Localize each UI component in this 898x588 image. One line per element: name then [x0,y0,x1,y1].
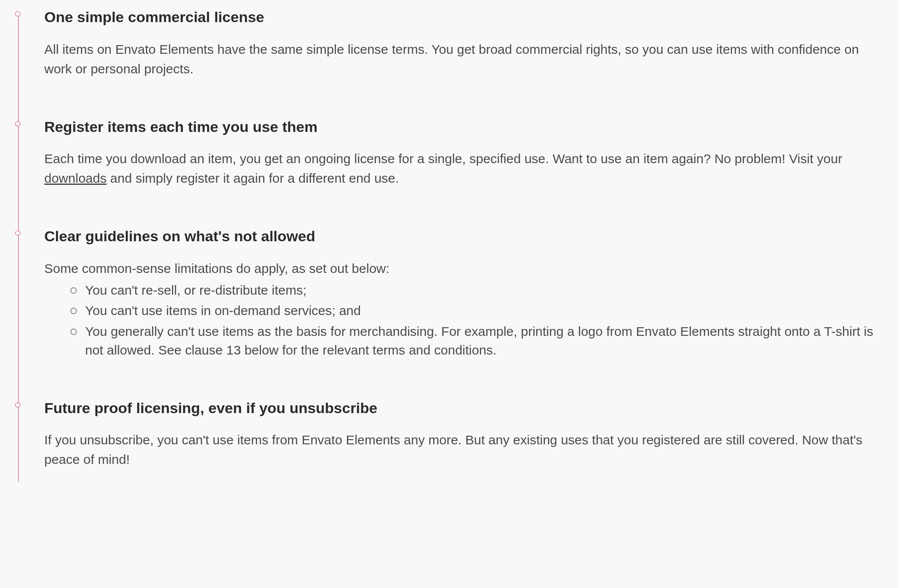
section-heading: One simple commercial license [44,8,885,26]
section-body-text: All items on Envato Elements have the sa… [44,39,885,79]
section-register-items: Register items each time you use them Ea… [44,118,885,227]
section-heading: Future proof licensing, even if you unsu… [44,399,885,417]
list-item: You can't re-sell, or re-distribute item… [70,281,885,300]
section-heading: Clear guidelines on what's not allowed [44,227,885,246]
limitations-list: You can't re-sell, or re-distribute item… [44,281,885,360]
section-heading: Register items each time you use them [44,118,885,136]
timeline-connector-line [18,14,19,482]
timeline-marker-icon [15,402,20,407]
body-text-after-link: and simply register it again for a diffe… [106,171,399,185]
license-timeline: One simple commercial license All items … [13,8,885,469]
section-body-text: Some common-sense limitations do apply, … [44,259,885,360]
body-text-before-link: Each time you download an item, you get … [44,151,842,166]
timeline-marker-icon [15,121,20,126]
section-one-simple-license: One simple commercial license All items … [44,8,885,118]
section-guidelines-not-allowed: Clear guidelines on what's not allowed S… [44,227,885,399]
list-item: You generally can't use items as the bas… [70,322,885,360]
timeline-marker-icon [15,11,20,16]
section-body-text: If you unsubscribe, you can't use items … [44,430,885,469]
section-future-proof: Future proof licensing, even if you unsu… [44,399,885,470]
downloads-link[interactable]: downloads [44,171,106,185]
list-item: You can't use items in on-demand service… [70,301,885,320]
section-body-text: Each time you download an item, you get … [44,149,885,188]
limitations-intro: Some common-sense limitations do apply, … [44,261,390,276]
timeline-marker-icon [15,230,20,236]
